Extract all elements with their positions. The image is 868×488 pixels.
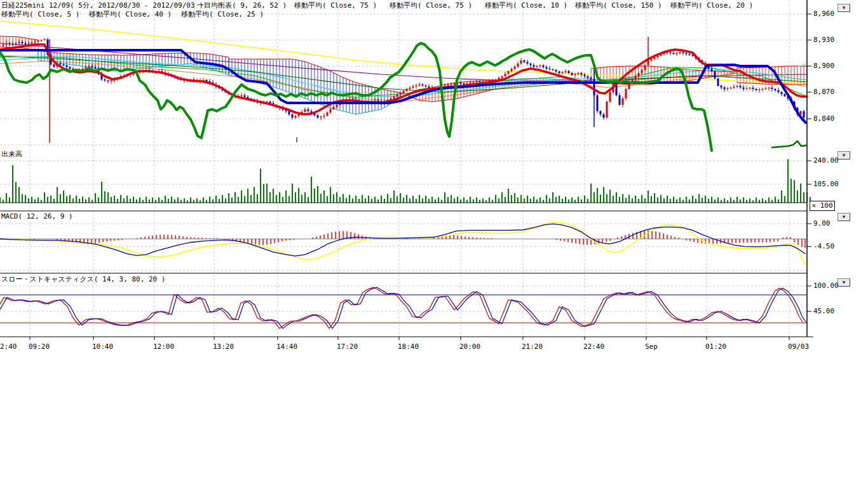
time-axis-label: 01:20 [705, 343, 726, 351]
legend-row-1: 日経225mini 12/09( 5分, 2012/08/30 - 2012/0… [0, 1, 868, 10]
time-axis-label: 18:40 [398, 343, 419, 351]
volume-multiplier-badge: × 100 [810, 201, 835, 211]
stochastics-panel-title: スロー・ストキャスティクス( 14, 3, 80, 20 ) [1, 276, 165, 283]
chevron-down-icon: ▼ [841, 5, 846, 11]
legend-item[interactable]: 移動平均( Close, 20 ) [670, 1, 753, 10]
chart-canvas[interactable] [0, 0, 868, 488]
price-panel-dropdown-button[interactable]: ▼ [837, 4, 850, 12]
chart-window: 日経225mini 12/09( 5分, 2012/08/30 - 2012/0… [0, 0, 868, 488]
chevron-down-icon: ▼ [841, 152, 846, 158]
price-axis-label: 8,960 [813, 10, 834, 18]
legend-item[interactable]: 移動平均( Close, 25 ) [181, 10, 264, 19]
price-axis-label: 8,900 [813, 62, 834, 70]
legend-item[interactable]: 移動平均( Close, 75 ) [390, 1, 472, 10]
volume-axis-label: 105.00 [813, 180, 839, 188]
time-axis-label: 09/03 [788, 343, 809, 351]
stochastics-axis-label: 100.00 [813, 282, 839, 290]
legend-row-2: 移動平均( Close, 5 )移動平均( Close, 40 )移動平均( C… [0, 10, 868, 18]
stochastics-panel-dropdown-button[interactable]: ▼ [837, 278, 850, 287]
volume-panel-title: 出来高 [1, 151, 22, 158]
macd-panel-title: MACD( 12, 26, 9 ) [1, 213, 73, 220]
time-axis-label: 10:40 [92, 343, 113, 351]
macd-axis-label: 9.00 [813, 220, 831, 227]
price-axis-label: 8,870 [813, 88, 834, 96]
time-axis-label: 09:20 [29, 343, 50, 351]
legend-item[interactable]: 日経225mini 12/09( 5分, 2012/08/30 - 2012/0… [1, 1, 203, 10]
time-axis-label: 17:20 [337, 343, 358, 351]
chevron-down-icon: ▼ [841, 280, 846, 285]
time-axis-label: 13:20 [213, 343, 234, 351]
time-axis-label: 2:40 [0, 343, 17, 351]
time-axis-label: 21:20 [522, 343, 543, 351]
legend-item[interactable]: 移動平均( Close, 75 ) [294, 1, 377, 10]
legend-item[interactable]: 移動平均( Close, 150 ) [575, 1, 662, 10]
time-axis-label: 22:40 [583, 343, 604, 351]
volume-panel-dropdown-button[interactable]: ▼ [837, 151, 850, 159]
macd-axis-label: -4.50 [813, 243, 834, 250]
volume-axis-label: 240.00 [813, 157, 839, 165]
legend-item[interactable]: 移動平均( Close, 5 ) [1, 10, 79, 19]
time-axis-label: 12:00 [153, 343, 174, 351]
legend-item[interactable]: 移動平均( Close, 10 ) [485, 1, 567, 10]
stochastics-axis-label: 45.00 [813, 308, 834, 315]
chevron-down-icon: ▼ [841, 214, 846, 220]
macd-panel-dropdown-button[interactable]: ▼ [837, 213, 850, 221]
legend-item[interactable]: 一目均衡表( 9, 26, 52 ) [197, 1, 287, 10]
time-axis-label: Sep [645, 343, 658, 351]
legend-item[interactable]: 移動平均( Close, 40 ) [89, 10, 172, 19]
time-axis-label: 14:40 [276, 343, 297, 351]
time-axis-label: 20:00 [459, 343, 480, 351]
price-axis-label: 8,930 [813, 36, 834, 44]
price-axis-label: 8,840 [813, 115, 834, 123]
